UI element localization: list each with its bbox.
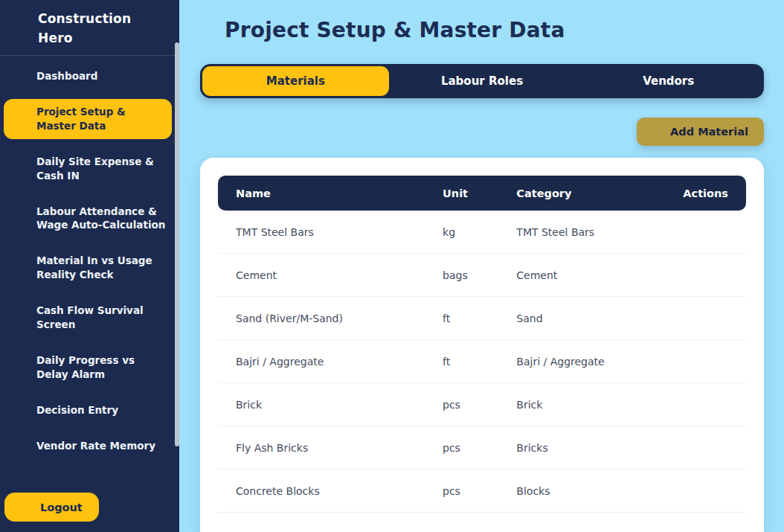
package-icon [13, 261, 28, 275]
column-header-category: Category [516, 188, 660, 199]
sidebar-item-labour-attendance-wage-auto-calculation[interactable]: Labour Attendance & Wage Auto-Calculatio… [4, 199, 172, 239]
pencil-icon [696, 442, 708, 454]
delete-button[interactable] [716, 226, 728, 238]
pencil-icon [696, 399, 708, 411]
row-actions [660, 442, 728, 454]
trash-icon [716, 356, 728, 368]
alert-triangle-icon [13, 360, 28, 374]
edit-button[interactable] [696, 269, 708, 281]
app-root: Construction Hero Dashboard Project Setu… [0, 0, 784, 532]
table-row: Bajri / Aggregate ft Bajri / Aggregate [218, 340, 746, 383]
trash-icon [716, 442, 728, 454]
sidebar-item-decision-entry[interactable]: Decision Entry [4, 397, 172, 423]
sidebar-item-daily-progress-vs-delay-alarm[interactable]: Daily Progress vs Delay Alarm [4, 347, 172, 388]
pencil-icon [696, 269, 708, 281]
trash-icon [716, 399, 728, 411]
tab-materials[interactable]: Materials [202, 66, 389, 96]
table-row: Cement bags Cement [218, 254, 746, 297]
sidebar-item-project-setup-master-data[interactable]: Project Setup & Master Data [4, 99, 172, 139]
sidebar-item-cash-flow-survival-screen[interactable]: Cash Flow Survival Screen [4, 298, 172, 338]
dashboard-grid-icon [13, 69, 28, 83]
trash-icon [716, 485, 728, 497]
row-actions [660, 356, 728, 368]
material-name: Sand (River/M-Sand) [236, 313, 443, 324]
sidebar-item-vendor-rate-memory[interactable]: Vendor Rate Memory [4, 433, 172, 459]
pencil-icon [696, 313, 708, 324]
edit-button[interactable] [696, 399, 708, 411]
row-actions [660, 226, 728, 238]
sidebar-item-label: Daily Site Expense & Cash IN [36, 155, 166, 183]
tab-labour-roles[interactable]: Labour Roles [389, 66, 576, 96]
tab-bar: MaterialsLabour RolesVendors [200, 64, 764, 98]
material-category: Bricks [516, 442, 660, 454]
logout-label: Logout [40, 501, 83, 513]
sidebar-scrollbar[interactable] [175, 42, 179, 446]
sidebar-item-daily-site-expense-cash-in[interactable]: Daily Site Expense & Cash IN [4, 149, 172, 189]
app-logo: Construction Hero [0, 0, 179, 56]
sidebar-item-label: Project Setup & Master Data [36, 105, 166, 133]
material-category: Bajri / Aggregate [516, 356, 660, 368]
material-name: Fly Ash Bricks [236, 442, 443, 454]
edit-button[interactable] [696, 356, 708, 368]
material-name: Bajri / Aggregate [236, 356, 443, 368]
material-unit: pcs [443, 485, 516, 497]
material-unit: pcs [443, 442, 516, 454]
sidebar-item-label: Dashboard [36, 69, 97, 83]
material-category: Sand [516, 313, 660, 324]
page-title: Project Setup & Master Data [200, 18, 764, 42]
check-square-icon [13, 439, 28, 453]
plus-icon [652, 126, 664, 138]
edit-button[interactable] [696, 485, 708, 497]
table-header: Name Unit Category Actions [218, 176, 746, 211]
edit-button[interactable] [696, 442, 708, 454]
edit-button[interactable] [696, 313, 708, 324]
sidebar-item-material-in-vs-usage-reality-check[interactable]: Material In vs Usage Reality Check [4, 248, 172, 288]
delete-button[interactable] [716, 399, 728, 411]
sidebar-item-label: Cash Flow Survival Screen [36, 304, 166, 332]
material-name: Cement [236, 269, 443, 281]
table-row: Fly Ash Bricks pcs Bricks [218, 426, 746, 469]
delete-button[interactable] [716, 442, 728, 454]
main-content: Project Setup & Master Data MaterialsLab… [179, 0, 784, 532]
material-category: Blocks [516, 485, 660, 497]
trash-icon [716, 226, 728, 238]
logout-icon [21, 501, 33, 513]
trash-icon [716, 269, 728, 281]
material-category: TMT Steel Bars [516, 226, 660, 238]
row-actions [660, 313, 728, 324]
sidebar-item-dashboard[interactable]: Dashboard [4, 63, 172, 89]
add-material-label: Add Material [670, 126, 748, 138]
sidebar-item-label: Vendor Rate Memory [36, 439, 155, 453]
table-row: Concrete Blocks pcs Blocks [218, 469, 746, 513]
material-category: Cement [516, 269, 660, 281]
material-unit: bags [443, 269, 516, 281]
table-row: TMT Steel Bars kg TMT Steel Bars [218, 211, 746, 254]
add-material-button[interactable]: Add Material [637, 118, 764, 146]
delete-button[interactable] [716, 485, 728, 497]
sidebar-item-label: Labour Attendance & Wage Auto-Calculatio… [36, 205, 166, 233]
material-name: Concrete Blocks [236, 485, 443, 497]
delete-button[interactable] [716, 313, 728, 324]
pencil-icon [696, 485, 708, 497]
app-title: Construction Hero [38, 10, 131, 48]
material-unit: ft [443, 356, 516, 368]
logout-button[interactable]: Logout [4, 493, 99, 522]
tab-vendors[interactable]: Vendors [575, 66, 762, 96]
column-header-actions: Actions [660, 188, 728, 199]
table-body: TMT Steel Bars kg TMT Steel Bars Cement … [218, 211, 746, 513]
delete-button[interactable] [716, 269, 728, 281]
delete-button[interactable] [716, 356, 728, 368]
sidebar-item-label: Decision Entry [36, 403, 118, 417]
app-title-line1: Construction [38, 10, 131, 29]
material-unit: pcs [443, 399, 516, 411]
trending-up-icon [13, 311, 28, 325]
book-open-icon [13, 403, 28, 417]
material-name: TMT Steel Bars [236, 226, 443, 238]
gear-icon [200, 22, 216, 39]
column-header-name: Name [236, 188, 443, 199]
row-actions [660, 485, 728, 497]
material-unit: ft [443, 313, 516, 324]
gear-icon [13, 112, 28, 126]
edit-button[interactable] [696, 226, 708, 238]
row-actions [660, 399, 728, 411]
